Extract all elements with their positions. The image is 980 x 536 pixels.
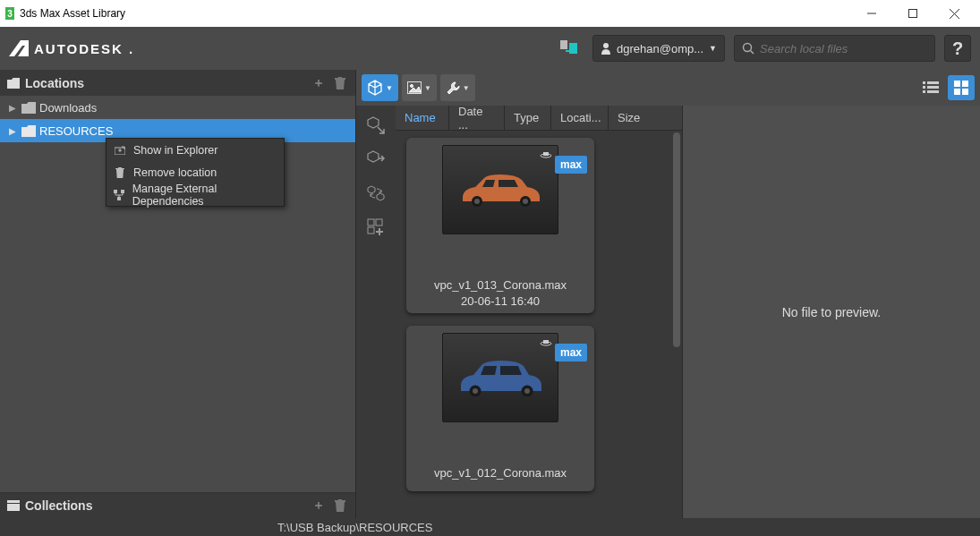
svg-rect-14: [7, 504, 20, 511]
add-collection-button[interactable]: ＋: [311, 498, 327, 514]
expand-arrow-icon: ▶: [7, 103, 18, 113]
autodesk-logo: AUTODESK.: [9, 40, 134, 56]
grid-view-button[interactable]: [948, 75, 975, 100]
locations-panel-header: Locations ＋: [0, 70, 355, 96]
svg-point-6: [603, 43, 609, 48]
menu-remove-location[interactable]: Remove location: [107, 161, 284, 183]
search-input[interactable]: [760, 42, 927, 55]
column-size[interactable]: Size: [609, 106, 682, 130]
column-location[interactable]: Locati...: [551, 106, 609, 130]
explorer-icon: [114, 144, 126, 157]
scrollbar[interactable]: [673, 132, 680, 347]
app-icon: 3: [5, 7, 14, 20]
collections-panel-header: Collections ＋: [0, 492, 355, 518]
svg-rect-28: [368, 227, 374, 234]
svg-rect-24: [962, 81, 968, 87]
folder-icon: [7, 78, 20, 89]
svg-point-37: [473, 388, 478, 394]
action-rail: [356, 106, 396, 518]
menu-item-label: Remove location: [133, 166, 217, 179]
svg-rect-5: [569, 43, 577, 54]
collections-title: Collections: [25, 498, 92, 513]
filter-image-button[interactable]: ▼: [402, 74, 437, 101]
expand-arrow-icon: ▶: [7, 126, 18, 136]
chevron-down-icon: ▼: [424, 84, 431, 92]
svg-rect-21: [923, 90, 925, 93]
autodesk-logo-icon: [9, 40, 29, 56]
svg-rect-12: [117, 197, 121, 200]
menu-item-label: Manage External Dependencies: [132, 183, 277, 208]
asset-card[interactable]: max vpc_v1_013_Corona.max 20-06-11 16:40: [406, 138, 594, 313]
svg-rect-18: [927, 81, 939, 84]
asset-name: vpc_v1_012_Corona.max: [410, 465, 591, 481]
preview-empty-text: No file to preview.: [782, 305, 882, 319]
brand-text: AUTODESK: [34, 41, 124, 56]
svg-rect-10: [114, 190, 117, 193]
filetype-badge: max: [555, 156, 587, 174]
window-close-button[interactable]: [933, 0, 975, 27]
svg-rect-1: [909, 10, 917, 18]
column-date[interactable]: Date ...: [449, 106, 505, 130]
menu-manage-external-deps[interactable]: Manage External Dependencies: [107, 183, 284, 206]
chevron-down-icon: ▼: [709, 44, 717, 53]
rail-replace-button[interactable]: [365, 183, 387, 204]
folder-icon: [21, 101, 36, 114]
search-box[interactable]: [734, 35, 935, 62]
svg-point-34: [523, 199, 528, 204]
cube-icon: [367, 80, 383, 96]
column-type[interactable]: Type: [505, 106, 551, 130]
svg-line-8: [751, 51, 754, 55]
trash-icon: [114, 166, 126, 179]
user-account-dropdown[interactable]: dgrehan@omp... ▼: [592, 35, 725, 62]
window-maximize-button[interactable]: [892, 0, 933, 27]
window-minimize-button[interactable]: [851, 0, 892, 27]
svg-rect-17: [923, 81, 925, 84]
locations-title: Locations: [25, 76, 84, 90]
asset-thumbnail: [442, 333, 558, 422]
camera-icon: [540, 149, 552, 158]
folder-icon: [21, 124, 36, 137]
files-list[interactable]: max vpc_v1_013_Corona.max 20-06-11 16:40: [396, 131, 682, 518]
dependencies-icon: [114, 189, 125, 201]
asset-card[interactable]: max vpc_v1_012_Corona.max: [406, 326, 594, 490]
asset-thumbnail: [442, 145, 558, 234]
svg-rect-11: [121, 190, 124, 193]
column-name[interactable]: Name: [396, 106, 449, 130]
car-icon: [456, 171, 545, 208]
svg-rect-29: [376, 219, 382, 225]
user-label: dgrehan@omp...: [617, 42, 703, 55]
layout-toggle-button[interactable]: [555, 35, 584, 62]
wrench-icon: [446, 81, 460, 95]
tree-node-downloads[interactable]: ▶ Downloads: [0, 96, 355, 119]
add-location-button[interactable]: ＋: [311, 75, 327, 91]
delete-location-button[interactable]: [332, 75, 348, 91]
content-toolbar: ▼ ▼ ▼: [356, 70, 980, 106]
rail-xref-button[interactable]: [365, 149, 387, 170]
window-title: 3ds Max Asset Library: [20, 7, 125, 20]
tools-button[interactable]: ▼: [440, 74, 475, 101]
svg-point-39: [524, 388, 530, 394]
menu-show-in-explorer[interactable]: Show in Explorer: [107, 139, 284, 161]
status-bar: T:\USB Backup\RESOURCES: [0, 518, 980, 536]
tree-node-label: Downloads: [39, 101, 97, 115]
svg-rect-26: [962, 89, 968, 95]
files-area: Name Date ... Type Locati... Size: [396, 106, 682, 518]
menu-item-label: Show in Explorer: [133, 144, 218, 157]
user-icon: [601, 42, 611, 55]
search-icon: [742, 42, 754, 55]
help-button[interactable]: ?: [944, 35, 971, 62]
svg-rect-4: [560, 40, 567, 49]
chevron-down-icon: ▼: [463, 84, 470, 92]
svg-point-16: [410, 85, 413, 88]
delete-collection-button[interactable]: [332, 498, 348, 514]
svg-point-32: [474, 199, 480, 204]
list-view-button[interactable]: [917, 75, 944, 100]
context-menu: Show in Explorer Remove location Manage …: [106, 138, 285, 207]
sidebar: Locations ＋ ▶ Downloads ▶ RESOURCES: [0, 70, 355, 518]
status-path: T:\USB Backup\RESOURCES: [277, 521, 432, 534]
rail-add-button[interactable]: [365, 217, 387, 238]
filter-3d-button[interactable]: ▼: [362, 74, 398, 101]
svg-rect-20: [927, 86, 939, 89]
rail-merge-button[interactable]: [365, 115, 387, 136]
image-icon: [407, 81, 422, 94]
